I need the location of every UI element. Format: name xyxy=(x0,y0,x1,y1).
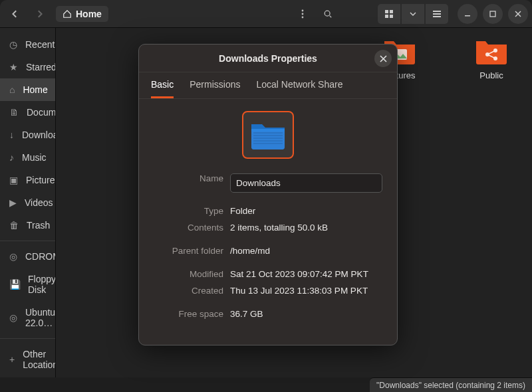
folder-public[interactable]: Public xyxy=(464,36,519,369)
label-created: Created xyxy=(154,286,223,296)
value-free: 36.7 GB xyxy=(230,309,382,319)
forward-button[interactable] xyxy=(28,4,51,24)
label-type: Type xyxy=(154,206,223,216)
sidebar-item-label: Other Locations xyxy=(23,349,56,370)
sidebar-item-label: Documents xyxy=(27,107,56,118)
sidebar-item-label: Pictures xyxy=(26,175,56,185)
dialog-preview xyxy=(154,111,382,159)
dialog-tabs: Basic Permissions Local Network Share xyxy=(139,72,397,99)
maximize-button[interactable] xyxy=(483,4,503,24)
svg-rect-8 xyxy=(433,11,441,12)
sidebar-item-label: Downloads xyxy=(22,130,56,140)
tab-permissions[interactable]: Permissions xyxy=(190,79,240,98)
sidebar-item-label: Home xyxy=(23,84,47,95)
plus-icon: + xyxy=(9,354,15,365)
sidebar-item-ubuntu[interactable]: ◎Ubuntu 22.0…▲ xyxy=(0,301,55,334)
sidebar: ◷Recent ★Starred ⌂Home 🗎Documents ↓Downl… xyxy=(0,28,56,377)
sidebar-item-label: Videos xyxy=(25,197,53,208)
status-bar: "Downloads" selected (containing 2 items… xyxy=(370,377,532,392)
folder-icon xyxy=(473,36,510,66)
value-modified: Sat 21 Oct 2023 09:07:42 PM PKT xyxy=(230,269,382,279)
label-free: Free space xyxy=(154,309,223,319)
value-parent: /home/md xyxy=(230,246,382,256)
toolbar: Home xyxy=(0,0,532,28)
sidebar-item-other-locations[interactable]: +Other Locations xyxy=(0,343,55,376)
properties-dialog: Downloads Properties Basic Permissions L… xyxy=(138,44,398,345)
sidebar-item-recent[interactable]: ◷Recent xyxy=(0,33,55,56)
sidebar-item-trash[interactable]: 🗑Trash xyxy=(0,214,55,237)
sidebar-item-label: Starred xyxy=(26,62,56,72)
svg-rect-10 xyxy=(433,16,441,17)
folder-icon[interactable] xyxy=(242,111,294,159)
name-field[interactable] xyxy=(230,173,382,193)
tab-local-network-share[interactable]: Local Network Share xyxy=(256,79,342,98)
svg-point-3 xyxy=(325,11,330,16)
label-modified: Modified xyxy=(154,269,223,279)
svg-point-16 xyxy=(493,49,497,52)
svg-rect-9 xyxy=(433,13,441,15)
svg-point-17 xyxy=(493,56,497,60)
sidebar-item-label: CDROM xyxy=(25,251,56,262)
svg-point-15 xyxy=(485,52,489,56)
label-parent: Parent folder xyxy=(154,246,223,256)
home-icon xyxy=(63,9,72,19)
dialog-title-bar[interactable]: Downloads Properties xyxy=(139,45,397,72)
music-icon: ♪ xyxy=(9,152,14,163)
sidebar-item-label: Music xyxy=(22,152,47,163)
svg-rect-4 xyxy=(385,10,388,13)
view-dropdown-button[interactable] xyxy=(402,4,424,24)
search-button[interactable] xyxy=(317,4,339,24)
sidebar-item-music[interactable]: ♪Music xyxy=(0,146,55,169)
sidebar-item-downloads[interactable]: ↓Downloads xyxy=(0,124,55,146)
folder-label: Public xyxy=(479,70,503,80)
doc-icon: 🗎 xyxy=(9,107,19,118)
value-created: Thu 13 Jul 2023 11:38:03 PM PKT xyxy=(230,286,382,296)
svg-rect-5 xyxy=(390,10,393,13)
close-window-button[interactable] xyxy=(508,4,528,24)
clock-icon: ◷ xyxy=(9,39,17,50)
sidebar-item-label: Floppy Disk xyxy=(28,274,56,295)
value-contents: 2 items, totalling 50.0 kB xyxy=(230,223,382,233)
svg-point-2 xyxy=(302,16,304,18)
path-bar[interactable]: Home xyxy=(56,6,108,22)
kebab-menu-button[interactable] xyxy=(291,4,314,24)
status-text: "Downloads" selected (containing 2 items… xyxy=(376,381,525,390)
sidebar-item-videos[interactable]: ▶Videos xyxy=(0,191,55,214)
dialog-title: Downloads Properties xyxy=(219,53,317,64)
svg-rect-6 xyxy=(385,15,388,18)
floppy-icon: 💾 xyxy=(9,279,20,290)
disc-icon: ◎ xyxy=(9,312,17,323)
sidebar-item-documents[interactable]: 🗎Documents xyxy=(0,101,55,124)
value-type: Folder xyxy=(230,206,382,216)
svg-point-1 xyxy=(302,13,304,15)
minimize-button[interactable] xyxy=(458,4,477,24)
sidebar-item-label: Ubuntu 22.0… xyxy=(25,307,55,328)
icon-view-button[interactable] xyxy=(378,4,400,24)
svg-rect-11 xyxy=(465,15,470,17)
dialog-body: Name TypeFolder Contents2 items, totalli… xyxy=(139,99,397,345)
label-contents: Contents xyxy=(154,223,223,233)
star-icon: ★ xyxy=(9,62,18,72)
disc-icon: ◎ xyxy=(9,251,17,262)
sidebar-item-pictures[interactable]: ▣Pictures xyxy=(0,169,55,191)
svg-rect-7 xyxy=(390,15,393,18)
download-icon: ↓ xyxy=(9,130,14,140)
video-icon: ▶ xyxy=(9,197,17,208)
sidebar-item-cdrom[interactable]: ◎CDROM▲ xyxy=(0,245,55,268)
dialog-close-button[interactable] xyxy=(374,50,392,67)
label-name: Name xyxy=(154,173,223,193)
path-label: Home xyxy=(76,9,102,19)
sidebar-item-label: Recent xyxy=(25,39,55,50)
image-icon: ▣ xyxy=(9,175,18,185)
sidebar-item-starred[interactable]: ★Starred xyxy=(0,56,55,78)
trash-icon: 🗑 xyxy=(9,220,19,231)
sidebar-item-home[interactable]: ⌂Home xyxy=(0,78,55,101)
list-view-button[interactable] xyxy=(426,4,448,24)
sidebar-item-label: Trash xyxy=(27,220,50,231)
tab-basic[interactable]: Basic xyxy=(151,79,174,98)
sidebar-item-floppy[interactable]: 💾Floppy Disk xyxy=(0,268,55,301)
svg-rect-12 xyxy=(490,11,495,17)
svg-point-0 xyxy=(302,9,304,11)
back-button[interactable] xyxy=(4,4,27,24)
view-mode-group xyxy=(378,4,448,24)
